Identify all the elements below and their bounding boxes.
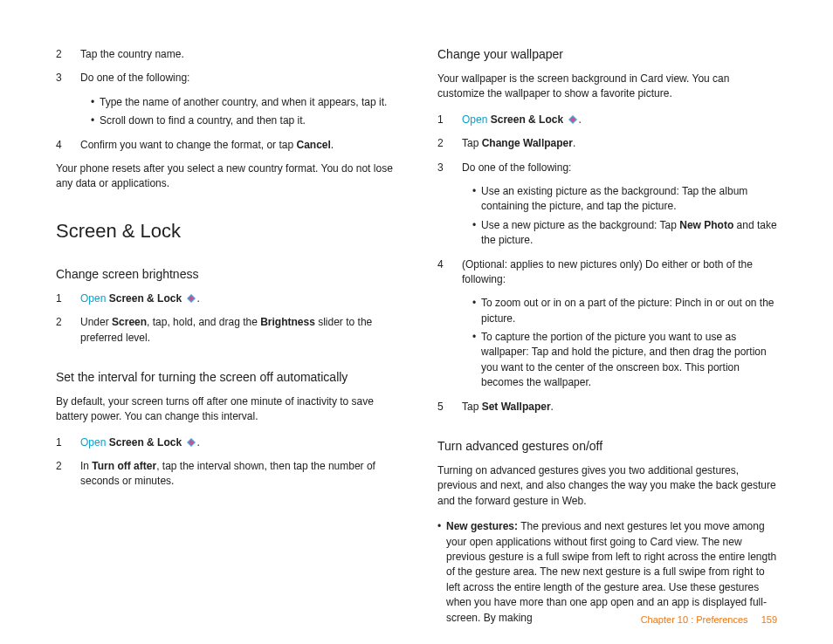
bold-term: Screen	[112, 316, 147, 328]
step-number: 2	[437, 136, 446, 151]
right-column: Change your wallpaper Your wallpaper is …	[437, 47, 777, 634]
step-text: In Turn off after, tap the interval show…	[80, 459, 396, 490]
text-run: .	[573, 137, 575, 149]
paragraph: Your wallpaper is the screen background …	[437, 72, 777, 102]
paragraph: Your phone resets after you select a new…	[56, 161, 396, 192]
screen-lock-icon	[568, 114, 578, 125]
subsection-heading: Turn advanced gestures on/off	[437, 439, 777, 453]
app-name: Screen & Lock	[109, 436, 182, 449]
step-number: 5	[437, 400, 446, 414]
numbered-step: 2 In Turn off after, tap the interval sh…	[56, 459, 396, 490]
bullet-item: Type the name of another country, and wh…	[91, 95, 396, 110]
open-link[interactable]: Open	[80, 436, 106, 449]
bullet-item: Use a new picture as the background: Tap…	[472, 218, 777, 249]
step-text: Do one of the following:	[80, 71, 396, 86]
step-number: 1	[56, 291, 65, 306]
bold-term: Change Wallpaper	[482, 137, 573, 149]
step-number: 3	[56, 71, 65, 86]
bullet-list: New gestures: The previous and next gest…	[437, 519, 777, 626]
step-number: 3	[437, 161, 446, 175]
screen-lock-icon	[186, 437, 196, 448]
text-run: .	[331, 139, 334, 151]
bullet-item: New gestures: The previous and next gest…	[437, 519, 777, 626]
numbered-step: 2 Under Screen, tap, hold, and drag the …	[56, 315, 396, 346]
open-link[interactable]: Open	[462, 113, 487, 126]
paragraph: By default, your screen turns off after …	[56, 394, 396, 425]
text-run: Under	[80, 316, 112, 328]
step-number: 4	[437, 257, 446, 288]
bold-term: Turn off after	[92, 460, 156, 472]
text-run: Use a new picture as the background: Tap	[481, 219, 679, 231]
step-text: (Optional: applies to new pictures only)…	[462, 257, 777, 288]
page-number: 159	[761, 614, 777, 625]
chapter-label: Chapter 10 : Preferences	[641, 614, 748, 625]
screen-lock-icon	[186, 293, 196, 304]
text-run: Confirm you want to change the format, o…	[80, 139, 296, 151]
text-run: , tap, hold, and drag the	[147, 316, 260, 328]
numbered-step: 2 Tap the country name.	[56, 47, 396, 62]
numbered-step: 3 Do one of the following:	[56, 71, 396, 86]
bold-term: Set Wallpaper	[482, 401, 551, 413]
numbered-step: 5 Tap Set Wallpaper.	[437, 400, 777, 414]
step-text: Open Screen & Lock .	[80, 435, 396, 450]
text-run: In	[80, 460, 92, 472]
step-text: Tap Change Wallpaper.	[462, 136, 777, 151]
left-column: 2 Tap the country name. 3 Do one of the …	[56, 47, 396, 634]
bold-term: New Photo	[679, 219, 733, 231]
open-link[interactable]: Open	[80, 292, 106, 305]
bold-term: Brightness	[260, 316, 315, 328]
step-text: Tap Set Wallpaper.	[462, 400, 777, 414]
subsection-heading: Change your wallpaper	[437, 47, 777, 61]
step-number: 2	[56, 47, 65, 62]
step-text: Tap the country name.	[80, 47, 396, 62]
paragraph: Turning on advanced gestures gives you t…	[437, 463, 777, 509]
text-run: .	[551, 401, 554, 413]
text-run: Tap	[462, 137, 482, 149]
step-text: Open Screen & Lock .	[462, 113, 777, 127]
numbered-step: 1 Open Screen & Lock .	[437, 113, 777, 127]
numbered-step: 4 (Optional: applies to new pictures onl…	[437, 257, 777, 288]
text-run: .	[196, 436, 199, 449]
bold-term: Cancel	[296, 139, 330, 151]
text-run: The previous and next gestures let you m…	[446, 520, 776, 623]
step-number: 2	[56, 459, 65, 490]
section-heading: Screen & Lock	[56, 220, 396, 243]
step-text: Under Screen, tap, hold, and drag the Br…	[80, 315, 396, 346]
page-footer: Chapter 10 : Preferences 159	[641, 614, 777, 625]
step-text: Open Screen & Lock .	[80, 291, 396, 306]
app-name: Screen & Lock	[491, 113, 563, 126]
step-number: 2	[56, 315, 65, 346]
bullet-item: Use an existing picture as the backgroun…	[472, 184, 777, 215]
step-text: Do one of the following:	[462, 161, 777, 175]
sub-bullet-list: Use an existing picture as the backgroun…	[472, 184, 777, 249]
bullet-item: To capture the portion of the picture yo…	[472, 330, 777, 391]
text-run: Tap	[462, 401, 482, 413]
numbered-step: 4 Confirm you want to change the format,…	[56, 138, 396, 153]
bold-term: New gestures:	[446, 520, 518, 532]
step-number: 1	[437, 113, 446, 127]
sub-bullet-list: To zoom out or in on a part of the pictu…	[472, 296, 777, 390]
numbered-step: 1 Open Screen & Lock .	[56, 291, 396, 306]
subsection-heading: Change screen brightness	[56, 267, 396, 281]
numbered-step: 2 Tap Change Wallpaper.	[437, 136, 777, 151]
text-run: .	[196, 292, 199, 305]
text-run: .	[578, 113, 581, 126]
app-name: Screen & Lock	[109, 292, 182, 305]
step-text: Confirm you want to change the format, o…	[80, 138, 396, 153]
step-number: 4	[56, 138, 65, 153]
bullet-item: Scroll down to find a country, and then …	[91, 113, 396, 128]
sub-bullet-list: Type the name of another country, and wh…	[91, 95, 396, 129]
bullet-item: To zoom out or in on a part of the pictu…	[472, 296, 777, 326]
subsection-heading: Set the interval for turning the screen …	[56, 370, 396, 384]
manual-page: 2 Tap the country name. 3 Do one of the …	[0, 0, 833, 644]
numbered-step: 3 Do one of the following:	[437, 161, 777, 175]
numbered-step: 1 Open Screen & Lock .	[56, 435, 396, 450]
step-number: 1	[56, 435, 65, 450]
two-column-layout: 2 Tap the country name. 3 Do one of the …	[56, 47, 777, 634]
